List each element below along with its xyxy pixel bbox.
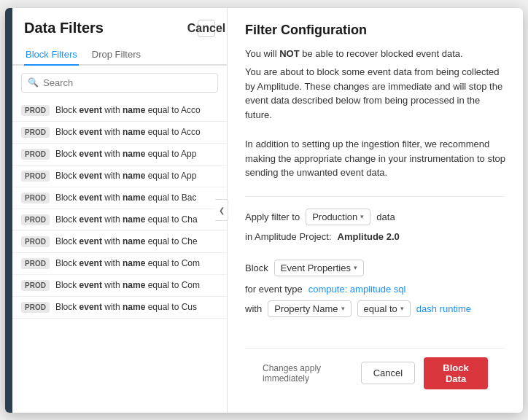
- in-project-label: in Amplitude Project:: [245, 231, 332, 242]
- block-label: Block: [245, 262, 268, 273]
- filter-list-item[interactable]: PRODBlock event with name equal to Com: [12, 253, 227, 275]
- footer: Changes apply immediately Cancel Block D…: [245, 348, 505, 398]
- filter-list-item[interactable]: PRODBlock event with name equal to Acco: [12, 122, 227, 144]
- prod-badge: PROD: [21, 214, 50, 225]
- event-type-row: for event type compute: amplitude sql: [245, 284, 505, 295]
- search-icon: 🔍: [28, 77, 39, 88]
- warning-immediate: You are about to block some event data f…: [245, 65, 505, 122]
- collapse-panel-button[interactable]: ❮: [215, 199, 228, 221]
- dash-runtime-link[interactable]: dash runtime: [416, 303, 471, 314]
- divider: [245, 196, 505, 197]
- filter-list-item[interactable]: PRODBlock event with name equal to Acco: [12, 100, 227, 122]
- with-row: with Property Name ▾ equal to ▾ dash run…: [245, 300, 505, 317]
- search-box: 🔍: [21, 73, 218, 93]
- with-label: with: [245, 303, 262, 314]
- cancel-button[interactable]: Cancel: [361, 362, 415, 384]
- filter-item-text: Block event with name equal to Bac: [55, 192, 196, 203]
- filter-list-item[interactable]: PRODBlock event with name equal to Com: [12, 275, 227, 297]
- left-panel: Data Filters Cancel Block Filters Drop F…: [12, 8, 228, 413]
- warning-instrumentation: In addition to setting up the ingestion …: [245, 137, 505, 180]
- event-properties-chevron-icon: ▾: [354, 264, 357, 271]
- block-row: Block Event Properties ▾: [245, 260, 505, 276]
- prod-badge: PROD: [21, 127, 50, 138]
- event-type-link[interactable]: compute: amplitude sql: [308, 284, 406, 295]
- search-input[interactable]: [43, 77, 211, 88]
- environment-chevron-icon: ▾: [360, 213, 364, 220]
- apply-filter-label: Apply filter to: [245, 211, 300, 222]
- equal-to-chevron-icon: ▾: [400, 305, 404, 312]
- event-properties-dropdown[interactable]: Event Properties ▾: [274, 260, 364, 276]
- property-name-chevron-icon: ▾: [341, 305, 345, 312]
- equal-to-dropdown[interactable]: equal to ▾: [357, 300, 411, 317]
- prod-badge: PROD: [21, 302, 50, 313]
- filter-item-text: Block event with name equal to Com: [55, 258, 200, 268]
- panel-title: Data Filters: [24, 20, 104, 36]
- tab-drop-filters[interactable]: Drop Filters: [90, 44, 142, 66]
- filter-list-item[interactable]: PRODBlock event with name equal to App: [12, 166, 227, 187]
- prod-badge: PROD: [21, 280, 50, 291]
- right-panel: Filter Configuration You will NOT be abl…: [228, 8, 523, 413]
- close-button[interactable]: Cancel: [198, 20, 215, 37]
- tab-block-filters[interactable]: Block Filters: [24, 44, 79, 66]
- data-label: data: [376, 211, 395, 222]
- environment-value: Production: [312, 211, 357, 222]
- environment-dropdown[interactable]: Production ▾: [306, 209, 370, 225]
- tabs: Block Filters Drop Filters: [12, 37, 227, 66]
- filter-item-text: Block event with name equal to Acco: [55, 105, 201, 115]
- for-event-type-label: for event type: [245, 284, 303, 295]
- left-header: Data Filters Cancel: [12, 8, 227, 37]
- filter-item-text: Block event with name equal to App: [55, 171, 196, 181]
- filter-list-item[interactable]: PRODBlock event with name equal to Bac: [12, 187, 227, 209]
- event-properties-value: Event Properties: [281, 262, 351, 273]
- filter-item-text: Block event with name equal to Acco: [55, 127, 201, 137]
- prod-badge: PROD: [21, 149, 50, 160]
- config-title: Filter Configuration: [245, 23, 505, 38]
- filter-list-item[interactable]: PRODBlock event with name equal to Che: [12, 231, 227, 253]
- project-name: Amplitude 2.0: [338, 231, 400, 242]
- filter-list: PRODBlock event with name equal to AccoP…: [12, 100, 227, 413]
- prod-badge: PROD: [21, 171, 50, 182]
- prod-badge: PROD: [21, 236, 50, 247]
- filter-item-text: Block event with name equal to App: [55, 149, 196, 159]
- warning-not-recover: You will NOT be able to recover blocked …: [245, 47, 505, 61]
- filter-item-text: Block event with name equal to Che: [55, 236, 198, 246]
- equal-to-value: equal to: [364, 303, 397, 314]
- filter-list-item[interactable]: PRODBlock event with name equal to Cha: [12, 209, 227, 231]
- prod-badge: PROD: [21, 258, 50, 269]
- property-name-dropdown[interactable]: Property Name ▾: [268, 300, 351, 317]
- prod-badge: PROD: [21, 105, 50, 116]
- warning-bold-not: NOT: [279, 48, 299, 59]
- filter-item-text: Block event with name equal to Cus: [55, 302, 197, 312]
- nav-sidebar: [5, 8, 12, 413]
- property-name-value: Property Name: [274, 303, 338, 314]
- footer-note: Changes apply immediately: [263, 363, 352, 384]
- prod-badge: PROD: [21, 192, 50, 203]
- filter-item-text: Block event with name equal to Com: [55, 280, 200, 290]
- filter-item-text: Block event with name equal to Cha: [55, 214, 198, 225]
- apply-filter-row: Apply filter to Production ▾ data: [245, 209, 505, 225]
- filter-list-item[interactable]: PRODBlock event with name equal to Cus: [12, 297, 227, 319]
- project-row: in Amplitude Project: Amplitude 2.0: [245, 231, 505, 242]
- filter-list-item[interactable]: PRODBlock event with name equal to App: [12, 144, 227, 166]
- block-section: Block Event Properties ▾ for event type …: [245, 260, 505, 323]
- block-data-button[interactable]: Block Data: [424, 357, 488, 389]
